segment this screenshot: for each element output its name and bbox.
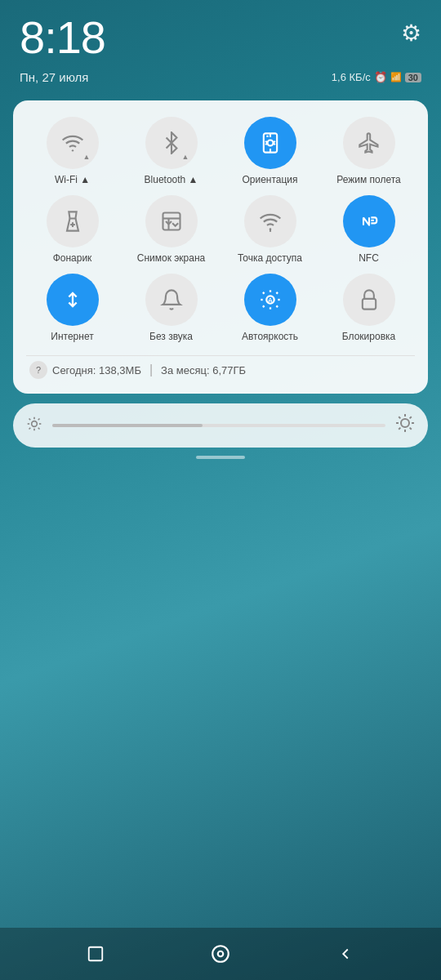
svg-line-36: [399, 416, 400, 418]
silent-label: Без звука: [149, 331, 193, 342]
handle-bar: [0, 456, 441, 459]
svg-line-28: [38, 427, 40, 429]
bluetooth-toggle[interactable]: ▲ Bluetooth ▲: [125, 117, 217, 185]
svg-line-20: [262, 305, 264, 307]
nfc-circle[interactable]: [343, 195, 395, 247]
svg-line-31: [29, 427, 31, 429]
internet-toggle[interactable]: Интернет: [26, 274, 118, 342]
screenshot-label: Снимок экрана: [137, 252, 206, 264]
internet-circle[interactable]: [47, 274, 99, 326]
lock-toggle[interactable]: Блокировка: [323, 274, 415, 342]
drag-handle: [196, 456, 245, 459]
autobrightness-label: Автояркость: [242, 331, 298, 342]
date-display: Пн, 27 июля: [20, 70, 88, 84]
autobrightness-circle[interactable]: A: [244, 274, 296, 326]
svg-point-33: [401, 419, 409, 427]
internet-label: Интернет: [51, 331, 93, 342]
airplane-label: Режим полета: [336, 174, 401, 185]
svg-line-17: [276, 305, 278, 307]
svg-text:A: A: [267, 296, 273, 305]
svg-rect-42: [88, 947, 102, 961]
nav-bar: [0, 928, 441, 980]
nfc-label: NFC: [359, 252, 379, 264]
svg-point-24: [32, 421, 38, 426]
lock-circle[interactable]: [343, 274, 395, 326]
quick-settings-panel: ▲ Wi-Fi ▲ ▲ Bluetooth ▲: [13, 100, 428, 394]
wifi-circle[interactable]: ▲: [47, 117, 99, 169]
brightness-fill: [52, 424, 203, 427]
svg-rect-23: [362, 299, 375, 310]
svg-line-37: [410, 428, 412, 430]
status-bar: 8:18 ⚙: [0, 0, 441, 67]
silent-toggle[interactable]: Без звука: [125, 274, 217, 342]
silent-circle[interactable]: [145, 274, 198, 326]
airplane-toggle[interactable]: Режим полета: [323, 117, 415, 185]
toggle-grid: ▲ Wi-Fi ▲ ▲ Bluetooth ▲: [26, 117, 415, 342]
svg-line-21: [276, 292, 278, 294]
autobrightness-toggle[interactable]: A Автояркость: [224, 274, 316, 342]
airplane-circle[interactable]: [343, 117, 395, 169]
screenshot-circle[interactable]: [145, 195, 198, 247]
brightness-bar[interactable]: [13, 403, 428, 448]
alarm-icon: ⏰: [374, 71, 387, 83]
svg-point-0: [71, 149, 73, 151]
hotspot-toggle[interactable]: Точка доступа: [224, 195, 316, 264]
orientation-toggle[interactable]: Ориентация: [224, 117, 316, 185]
settings-icon[interactable]: ⚙: [401, 20, 421, 47]
bluetooth-circle[interactable]: ▲: [145, 117, 198, 169]
nav-recents-button[interactable]: [82, 941, 109, 967]
brightness-high-icon: [395, 413, 415, 438]
screenshot-toggle[interactable]: Снимок экрана: [125, 195, 217, 264]
brightness-track[interactable]: [52, 424, 385, 427]
nfc-toggle[interactable]: NFC: [323, 195, 415, 264]
network-speed: 1,6 КБ/с: [332, 71, 371, 83]
orientation-label: Ориентация: [242, 174, 297, 185]
svg-line-41: [410, 416, 412, 418]
time-display: 8:18: [20, 15, 105, 60]
data-usage-icon: ?: [29, 361, 47, 379]
nav-back-button[interactable]: [332, 941, 359, 967]
svg-line-16: [262, 292, 264, 294]
status-icons: 1,6 КБ/с ⏰ 📶 30: [332, 71, 421, 83]
data-month: За месяц: 6,77ГБ: [161, 364, 246, 376]
bluetooth-label: Bluetooth ▲: [145, 174, 198, 185]
svg-point-43: [212, 946, 229, 962]
flashlight-circle[interactable]: [47, 195, 99, 247]
svg-point-2: [267, 140, 273, 146]
svg-line-40: [399, 428, 400, 430]
svg-point-44: [218, 951, 224, 957]
svg-line-27: [29, 418, 31, 420]
data-today: Сегодня: 138,3МБ: [52, 364, 141, 376]
svg-line-32: [38, 418, 40, 420]
hotspot-circle[interactable]: [244, 195, 296, 247]
orientation-circle[interactable]: [244, 117, 296, 169]
flashlight-label: Фонарик: [53, 252, 92, 264]
wifi-arrow: ▲: [83, 153, 91, 161]
wifi-toggle[interactable]: ▲ Wi-Fi ▲: [26, 117, 118, 185]
nav-home-button[interactable]: [207, 941, 234, 967]
lock-label: Блокировка: [342, 331, 395, 342]
brightness-low-icon: [26, 416, 42, 436]
flashlight-toggle[interactable]: Фонарик: [26, 195, 118, 264]
date-row: Пн, 27 июля 1,6 КБ/с ⏰ 📶 30: [0, 67, 441, 84]
hotspot-label: Точка доступа: [238, 252, 302, 264]
signal-icon: 📶: [390, 72, 402, 82]
bt-arrow: ▲: [182, 153, 189, 161]
wifi-label: Wi-Fi ▲: [55, 174, 90, 185]
data-usage-row: ? Сегодня: 138,3МБ | За месяц: 6,77ГБ: [26, 355, 415, 381]
data-divider: |: [149, 363, 153, 377]
battery-icon: 30: [405, 73, 421, 82]
